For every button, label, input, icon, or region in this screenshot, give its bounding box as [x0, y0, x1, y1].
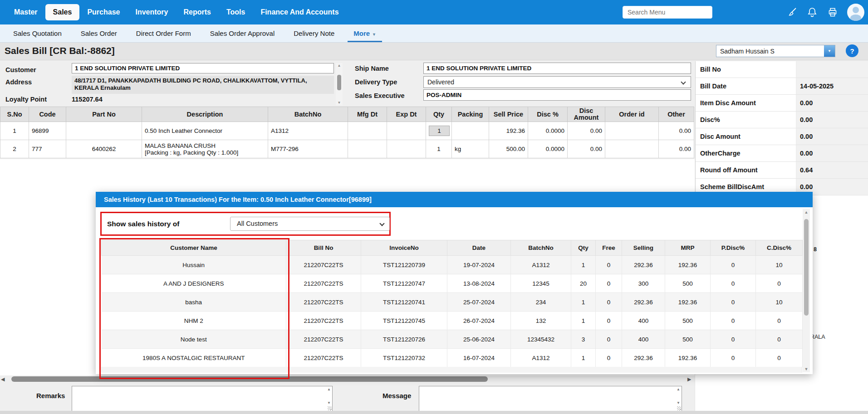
- scroll-up-icon[interactable]: ▲: [677, 387, 680, 391]
- history-cell-c-disc: 0: [756, 274, 803, 293]
- history-header-c-disc: C.Disc%: [756, 240, 803, 256]
- items-cell-description: MALAS BANANA CRUSH[Packing : kg, Packing…: [142, 140, 268, 158]
- customer-panel-scrollbar[interactable]: ▲ ▼: [336, 63, 343, 105]
- subnav-item-more[interactable]: More▼: [344, 24, 386, 42]
- history-cell-batchno: A1312: [511, 349, 571, 367]
- resize-handle[interactable]: [328, 406, 332, 410]
- history-header-qty: Qty: [571, 240, 596, 256]
- scroll-thumb[interactable]: [337, 75, 341, 90]
- items-cell-mfg_dt: [348, 122, 387, 140]
- scroll-right-icon[interactable]: ▶: [687, 376, 691, 382]
- salesman-dropdown[interactable]: Sadham Hussain S ▼: [716, 45, 835, 57]
- message-textarea[interactable]: [419, 386, 682, 411]
- history-cell-batchno: 132: [511, 312, 571, 330]
- history-cell-free: 0: [596, 274, 622, 293]
- address-line2: KERALA Ernakulam: [74, 84, 331, 92]
- items-header-exp-dt: Exp Dt: [387, 107, 426, 122]
- ship-name-input[interactable]: [423, 63, 691, 74]
- history-cell-selling: 400: [622, 330, 665, 349]
- resize-handle[interactable]: [677, 406, 681, 410]
- history-cell-date: 25-06-2024: [447, 330, 511, 349]
- sub-nav: Sales QuotationSales OrderDirect Order F…: [0, 24, 868, 43]
- items-header-disc: Disc %: [528, 107, 568, 122]
- history-cell-selling: 292.36: [622, 293, 665, 312]
- help-button[interactable]: ?: [846, 44, 858, 57]
- items-cell-part_no: [66, 122, 142, 140]
- history-cell-batchno: 234: [511, 293, 571, 312]
- items-cell-code: 96899: [29, 122, 66, 140]
- nav-item-sales[interactable]: Sales: [45, 4, 80, 20]
- subnav-item-sales-order[interactable]: Sales Order: [71, 24, 127, 42]
- subnav-item-direct-order-form[interactable]: Direct Order Form: [127, 24, 201, 42]
- nav-item-finance-and-accounts[interactable]: Finance And Accounts: [253, 4, 346, 20]
- horizontal-scrollbar[interactable]: ◀ ▶: [0, 375, 695, 383]
- history-cell-c-disc: 10: [756, 293, 803, 312]
- history-cell-p-disc: 0: [711, 330, 756, 349]
- delivery-type-select[interactable]: Delivered: [423, 76, 691, 88]
- summary-label: Bill Date: [696, 78, 796, 94]
- scroll-up-icon[interactable]: ▲: [336, 63, 343, 68]
- customer-filter-select[interactable]: All Customers: [230, 217, 390, 231]
- address-field[interactable]: 48/1717 D1, PANAKKAPADATH BUILDING PC RO…: [72, 76, 334, 94]
- modal-scroll-thumb[interactable]: [804, 219, 809, 316]
- items-header-packing: Packing: [452, 107, 489, 122]
- avatar[interactable]: [847, 4, 864, 21]
- scroll-down-icon[interactable]: ▼: [677, 401, 680, 405]
- history-cell-mrp: 500: [665, 312, 711, 330]
- sales-executive-input[interactable]: [423, 89, 691, 101]
- history-cell-c-disc: 0: [756, 330, 803, 349]
- items-header-description: Description: [142, 107, 268, 122]
- summary-value: 0.00: [796, 112, 868, 128]
- item-description-line1: MALAS BANANA CRUSH: [145, 142, 265, 149]
- summary-label: Bill No: [696, 61, 796, 78]
- subnav-item-sales-quotation[interactable]: Sales Quotation: [4, 24, 71, 42]
- scroll-down-icon[interactable]: ▼: [327, 401, 331, 405]
- items-cell-sno: 1: [0, 122, 29, 140]
- history-cell-free: 0: [596, 330, 622, 349]
- nav-item-inventory[interactable]: Inventory: [128, 4, 176, 20]
- history-cell-customer-name: Hussain: [102, 256, 286, 274]
- history-row: Hussain212207C22TSTST12122073919-07-2024…: [102, 256, 803, 274]
- history-cell-bill-no: 212207C22TS: [286, 274, 361, 293]
- subnav-item-sales-order-approval[interactable]: Sales Order Approval: [201, 24, 284, 42]
- modal-scrollbar[interactable]: ▲ ▼: [803, 209, 810, 372]
- history-cell-invoiceno: TST121220739: [361, 256, 447, 274]
- items-cell-other: 0.00: [659, 140, 694, 158]
- salesman-dropdown-value: Sadham Hussain S: [716, 45, 824, 57]
- topbar-icons: [786, 0, 864, 24]
- nav-item-tools[interactable]: Tools: [219, 4, 253, 20]
- search-input[interactable]: [623, 6, 712, 19]
- customer-label: Customer: [5, 66, 36, 73]
- nav-item-reports[interactable]: Reports: [176, 4, 218, 20]
- summary-value: 0.00: [796, 145, 868, 161]
- history-cell-date: 26-07-2024: [447, 312, 511, 330]
- nav-item-purchase[interactable]: Purchase: [79, 4, 128, 20]
- summary-row-bill-no: Bill No: [696, 61, 868, 78]
- message-field: ▲ ▼: [419, 386, 682, 411]
- scroll-down-icon[interactable]: ▼: [803, 367, 810, 371]
- items-cell-sno: 2: [0, 140, 29, 158]
- obscured-text-fragment: 8: [814, 246, 817, 253]
- scroll-up-icon[interactable]: ▲: [327, 387, 331, 391]
- history-header-bill-no: Bill No: [286, 240, 361, 256]
- history-cell-qty: 1: [571, 312, 596, 330]
- scroll-left-icon[interactable]: ◀: [1, 376, 5, 382]
- avatar-body-icon: [850, 15, 861, 21]
- paintbrush-icon[interactable]: [786, 6, 798, 18]
- history-header-free: Free: [596, 240, 622, 256]
- qty-input[interactable]: 1: [429, 126, 450, 136]
- history-cell-batchno: 12345432: [511, 330, 571, 349]
- scroll-up-icon[interactable]: ▲: [803, 210, 810, 214]
- subnav-item-delivery-note[interactable]: Delivery Note: [284, 24, 344, 42]
- delivery-type-value: Delivered: [427, 78, 454, 86]
- scroll-down-icon[interactable]: ▼: [336, 101, 343, 105]
- bell-icon[interactable]: [806, 6, 818, 18]
- printer-icon[interactable]: [827, 6, 839, 18]
- history-cell-c-disc: 0: [756, 312, 803, 330]
- history-row: Node test212207C22TSTST12122072625-06-20…: [102, 330, 803, 349]
- chevron-down-icon[interactable]: ▼: [824, 45, 835, 57]
- nav-item-master[interactable]: Master: [6, 4, 45, 20]
- horizontal-scroll-thumb[interactable]: [11, 376, 488, 382]
- remarks-textarea[interactable]: [72, 386, 333, 411]
- customer-input[interactable]: [72, 63, 334, 73]
